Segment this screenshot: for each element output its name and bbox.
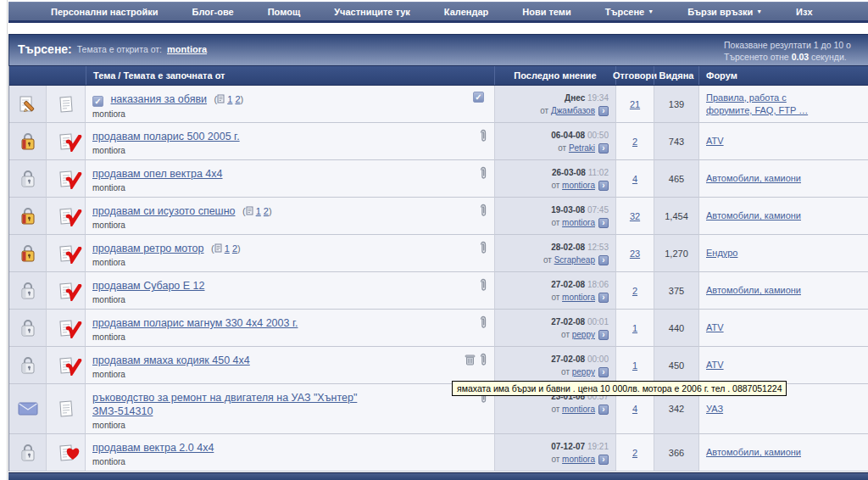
nav-item[interactable]: Изх (796, 7, 813, 17)
topic-link[interactable]: продавам ямаха кодияк 450 4x4 (92, 354, 250, 366)
goto-last-post-icon[interactable]: › (598, 367, 609, 377)
topic-link[interactable]: продавам ретро мотор (92, 243, 204, 254)
last-poster-link[interactable]: montiora (562, 218, 595, 227)
topic-link-line2[interactable]: ЗМЗ-514310 (92, 405, 153, 417)
search-subject-user-link[interactable]: montiora (167, 44, 207, 54)
hot-thread-lock-icon (19, 132, 36, 151)
replies-cell: 1 (615, 347, 654, 384)
replies-link[interactable]: 32 (630, 211, 640, 221)
table-row: продавам вектра 2.0 4x4 montiora 07-12-0… (9, 434, 868, 472)
replies-link[interactable]: 4 (632, 404, 637, 414)
thread-status-cell (47, 235, 86, 272)
topic-link[interactable]: продавам поларис магнум 330 4x4 2003 г. (92, 317, 298, 329)
goto-last-post-icon[interactable]: › (598, 330, 609, 340)
header-topic: Тема / Темата е започната от (86, 66, 494, 85)
goto-last-post-icon[interactable]: › (598, 455, 609, 465)
last-poster-link[interactable]: Petraki (569, 143, 595, 153)
topic-link[interactable]: ръководство за ремонт на двигателя на УА… (92, 392, 357, 404)
views-cell: 743 (654, 123, 698, 160)
forum-link[interactable]: Правила, работа с форумите, FAQ, FTP … (706, 92, 833, 117)
nav-item[interactable]: Бързи връзки▼ (687, 7, 762, 17)
topic-link[interactable]: продавам опел вектра 4x4 (92, 168, 223, 180)
multipage-indicator: ( 1 2) (242, 206, 272, 216)
last-post-time: 19:21 (587, 442, 609, 451)
page-link[interactable]: 1 (227, 94, 232, 104)
last-poster-link[interactable]: montiora (562, 405, 595, 414)
nav-item[interactable]: Търсене▼ (605, 7, 654, 17)
goto-last-post-icon[interactable]: › (598, 218, 609, 228)
nav-item[interactable]: Блог-ове (192, 7, 234, 17)
paperclip-icon[interactable] (479, 315, 487, 332)
last-poster-link[interactable]: montiora (562, 455, 595, 464)
goto-last-post-icon[interactable]: › (598, 143, 609, 153)
replies-link[interactable]: 2 (632, 137, 637, 147)
paperclip-icon[interactable] (479, 166, 487, 183)
replies-link[interactable]: 2 (632, 286, 637, 296)
last-post-time: 12:53 (587, 243, 609, 252)
last-post-date: 06-04-08 (551, 131, 585, 140)
last-post-time: 07:45 (587, 205, 609, 215)
paperclip-icon[interactable] (479, 129, 487, 146)
nav-item[interactable]: Нови теми (522, 7, 571, 17)
thread-type-cell (9, 160, 47, 198)
paperclip-icon[interactable] (479, 241, 487, 258)
last-poster-link[interactable]: Scrapheap (554, 255, 595, 265)
header-views: Видяна (654, 66, 698, 85)
replies-link[interactable]: 2 (632, 448, 637, 458)
replies-link[interactable]: 1 (632, 323, 637, 333)
replies-link[interactable]: 1 (632, 360, 637, 371)
nav-item[interactable]: Участниците тук (334, 7, 410, 17)
forum-link[interactable]: ATV (706, 135, 724, 148)
paperclip-icon[interactable] (479, 204, 487, 220)
topic-link[interactable]: продавам си исузото спешно (92, 205, 235, 217)
topic-link[interactable]: продавам вектра 2.0 4x4 (92, 442, 214, 454)
last-post-cell: Днес 19:34 от Джамбазов› (494, 86, 615, 123)
last-poster-link[interactable]: montiora (562, 181, 595, 190)
forum-link[interactable]: Автомобили, камиони (706, 209, 801, 222)
thread-type-cell (9, 198, 47, 235)
views-count: 1,270 (665, 248, 688, 259)
forum-link[interactable]: Автомобили, камиони (706, 284, 801, 297)
table-row: продавам ретро мотор ( 1 2) montiora 28-… (9, 235, 868, 272)
forum-link[interactable]: Автомобили, камиони (706, 446, 801, 459)
topic-cell: продавам поларис 500 2005 г. montiora (86, 123, 494, 160)
page-link[interactable]: 1 (225, 243, 230, 254)
topic-link[interactable]: продавам Субаро Е 12 (92, 280, 205, 292)
goto-last-post-icon[interactable]: › (598, 293, 609, 303)
forum-link[interactable]: Автомобили, камиони (706, 172, 801, 185)
paperclip-icon[interactable] (479, 353, 487, 370)
replies-link[interactable]: 21 (630, 99, 640, 109)
last-post-time: 00:00 (587, 354, 609, 364)
last-poster-link[interactable]: Джамбазов (551, 106, 595, 115)
topic-link[interactable]: наказания за обяви (110, 93, 207, 105)
page-link[interactable]: 1 (256, 206, 261, 216)
last-poster-link[interactable]: peppy (572, 367, 595, 377)
lock-icon (19, 282, 36, 300)
last-post-time: 00:50 (587, 131, 609, 140)
paperclip-icon[interactable] (479, 278, 487, 295)
forum-link[interactable]: ATV (706, 321, 724, 334)
goto-last-post-icon[interactable]: › (598, 405, 609, 415)
table-row: продавам ямаха кодияк 450 4x4 montiora 2… (9, 347, 868, 384)
goto-last-post-icon[interactable]: › (598, 106, 609, 116)
goto-last-post-icon[interactable]: › (598, 255, 609, 265)
goto-last-post-icon[interactable]: › (598, 181, 609, 191)
topic-link[interactable]: продавам поларис 500 2005 г. (92, 131, 240, 142)
results-range: Показване резултати 1 до 10 о (724, 39, 868, 51)
forum-link[interactable]: ATV (706, 359, 724, 371)
forum-link[interactable]: Ендуро (706, 247, 737, 260)
multipage-indicator: ( 1 2) (211, 243, 241, 254)
lock-icon (19, 356, 36, 375)
nav-item[interactable]: Персонални настройки (51, 7, 159, 17)
forum-link[interactable]: УАЗ (706, 403, 723, 416)
nav-item[interactable]: Календар (444, 7, 488, 17)
dropdown-arrow-icon: ▼ (648, 8, 654, 14)
envelope-icon (18, 402, 38, 416)
replies-link[interactable]: 4 (632, 174, 637, 184)
thread-starter: montiora (92, 332, 487, 342)
thread-type-cell (9, 434, 47, 472)
nav-item[interactable]: Помощ (268, 7, 300, 17)
last-poster-link[interactable]: peppy (572, 330, 595, 339)
last-poster-link[interactable]: montiora (562, 293, 595, 302)
replies-link[interactable]: 23 (630, 248, 640, 259)
